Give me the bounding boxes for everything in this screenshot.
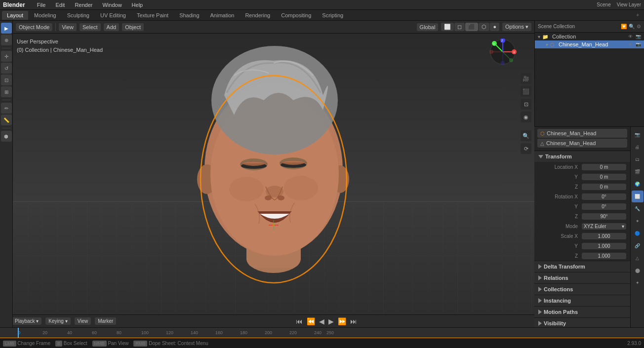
rotation-y-value[interactable]: 0° — [582, 203, 626, 210]
menu-edit[interactable]: Edit — [53, 1, 67, 9]
object-menu-btn[interactable]: Object — [122, 23, 144, 31]
marker-btn[interactable]: Marker — [95, 317, 116, 325]
tool-select[interactable]: ▶ — [1, 23, 12, 34]
menu-render[interactable]: Render — [73, 1, 94, 9]
tool-rotate[interactable]: ↺ — [1, 63, 12, 74]
tool-transform[interactable]: ⊞ — [1, 86, 12, 97]
play-btn[interactable]: ▶ — [328, 317, 334, 325]
viewport-solid-btn[interactable]: ⬛ — [465, 23, 478, 31]
overlay-btn[interactable]: ⊡ — [521, 99, 531, 110]
tab-scripting[interactable]: Scripting — [317, 11, 348, 20]
tab-layout[interactable]: Layout — [2, 11, 28, 20]
tool-scale[interactable]: ⊡ — [1, 75, 12, 85]
jump-start-btn[interactable]: ⏮ — [296, 317, 303, 325]
tab-world[interactable]: 🌍 — [632, 178, 644, 190]
menu-file[interactable]: File — [35, 1, 48, 9]
camera-icon-2[interactable]: 📷 — [636, 42, 641, 47]
transform-global-btn[interactable]: Global — [417, 23, 439, 31]
eye-icon-2[interactable]: 👁 — [628, 42, 633, 47]
menu-window[interactable]: Window — [100, 1, 123, 9]
tab-particles[interactable]: ✦ — [632, 215, 644, 227]
scale-y-value[interactable]: 1.000 — [582, 243, 626, 249]
tab-constraints[interactable]: 🔗 — [632, 240, 644, 252]
add-workspace-btn[interactable]: + — [633, 12, 642, 18]
object-mode-btn[interactable]: Object Mode — [16, 23, 52, 31]
tool-cursor[interactable]: ⊕ — [1, 35, 12, 45]
3d-viewport[interactable]: User Perspective (0) Collection | Chines… — [13, 34, 534, 314]
tab-output[interactable]: 🖨 — [632, 141, 644, 153]
viewport-wireframe-btn[interactable]: ◻ — [454, 23, 465, 31]
tab-scene[interactable]: 🎬 — [632, 166, 644, 178]
tab-rendering[interactable]: Rendering — [240, 11, 275, 20]
outliner-settings-btn[interactable]: ⚙ — [637, 24, 641, 29]
tab-data[interactable]: △ — [632, 252, 644, 264]
motion-paths-label: Motion Paths — [544, 309, 578, 315]
mode-value[interactable]: XYZ Euler ▾ — [582, 223, 626, 230]
tab-material[interactable]: ⬤ — [632, 265, 644, 276]
tab-uv-editing[interactable]: UV Editing — [95, 11, 131, 20]
next-keyframe-btn[interactable]: ⏩ — [338, 317, 346, 325]
tab-sculpting[interactable]: Sculpting — [62, 11, 94, 20]
playback-btn[interactable]: Playback ▾ — [12, 317, 41, 325]
origin-marker — [269, 220, 279, 230]
jump-end-btn[interactable]: ⏭ — [350, 317, 357, 325]
tab-object[interactable]: ⬜ — [632, 191, 644, 202]
tab-physics[interactable]: 🔵 — [632, 228, 644, 239]
tab-animation[interactable]: Animation — [205, 11, 240, 20]
view-menu-btn[interactable]: View — [59, 23, 77, 31]
xray-btn[interactable]: ◉ — [521, 112, 531, 122]
zoom-in-btn[interactable]: 🔍 — [521, 130, 531, 141]
play-back-btn[interactable]: ◀ — [319, 317, 324, 325]
rotation-z-value[interactable]: 90° — [582, 213, 626, 220]
select-menu-btn[interactable]: Select — [80, 23, 101, 31]
tool-add-object[interactable]: ⬢ — [1, 131, 12, 142]
tab-compositing[interactable]: Compositing — [276, 11, 316, 20]
viewport-shading-btn[interactable]: ⬜ — [441, 23, 454, 31]
keying-btn[interactable]: Keying ▾ — [45, 317, 70, 325]
tab-shading[interactable]: Shading — [174, 11, 204, 20]
status-bar: LMB Change Frame B Box Select MMB Pan Vi… — [0, 338, 644, 348]
tab-texture-paint[interactable]: Texture Paint — [132, 11, 173, 20]
scale-z-value[interactable]: 1.000 — [582, 253, 626, 259]
transform-header[interactable]: Transform — [534, 151, 630, 162]
location-y-value[interactable]: 0 m — [582, 174, 626, 180]
collections-header[interactable]: Collections — [534, 284, 630, 295]
camera-icon-btn[interactable]: 🎥 — [521, 73, 531, 84]
axis-gizmo[interactable]: X Y Z — [489, 39, 517, 66]
viewport-material-btn[interactable]: ⬡ — [479, 23, 489, 31]
visibility-header[interactable]: Visibility — [534, 318, 630, 327]
tab-modifiers[interactable]: 🔧 — [632, 203, 644, 215]
tool-move[interactable]: ✛ — [1, 51, 12, 62]
tab-shaderfx[interactable]: ✦ — [632, 277, 644, 289]
tool-annotate[interactable]: ✏ — [1, 103, 12, 114]
tool-measure[interactable]: 📏 — [1, 115, 12, 125]
location-z-value[interactable]: 0 m — [582, 184, 626, 190]
tab-modeling[interactable]: Modeling — [29, 11, 61, 20]
tab-render[interactable]: 📷 — [632, 129, 644, 141]
render-region-btn[interactable]: ⬛ — [521, 86, 531, 97]
motion-paths-header[interactable]: Motion Paths — [534, 307, 630, 317]
viewport-render-btn[interactable]: ● — [490, 23, 499, 31]
prev-keyframe-btn[interactable]: ⏪ — [307, 317, 315, 325]
camera-icon[interactable]: 📷 — [636, 34, 641, 39]
view-btn[interactable]: ⟳ — [521, 143, 531, 154]
outliner-item-collection[interactable]: ▾ 📁 Collection 👁 📷 — [535, 33, 644, 40]
location-x-value[interactable]: 0 m — [582, 164, 626, 170]
view-btn-tl[interactable]: View — [75, 317, 91, 325]
relations-header[interactable]: Relations — [534, 272, 630, 283]
menu-help[interactable]: Help — [130, 1, 145, 9]
delta-transform-header[interactable]: Delta Transform — [534, 261, 630, 272]
instancing-header[interactable]: Instancing — [534, 295, 630, 306]
outliner-filter-btn[interactable]: 🔽 — [621, 24, 627, 29]
object-name-field[interactable]: ⬡ Chinese_Man_Head — [537, 129, 627, 138]
outliner-search-btn[interactable]: 🔍 — [629, 24, 635, 29]
add-menu-btn[interactable]: Add — [104, 23, 120, 31]
data-name-field[interactable]: △ Chinese_Man_Head — [537, 139, 627, 148]
relations-label: Relations — [544, 275, 568, 281]
outliner-item-chinese-man-head[interactable]: ▾ ⬡ Chinese_Man_Head 👁 📷 — [535, 40, 644, 48]
options-btn[interactable]: Options ▾ — [502, 23, 531, 31]
scale-x-value[interactable]: 1.000 — [582, 233, 626, 239]
rotation-x-value[interactable]: 0° — [582, 193, 626, 200]
tab-view-layer[interactable]: 🗂 — [632, 154, 644, 165]
eye-icon[interactable]: 👁 — [628, 34, 633, 39]
